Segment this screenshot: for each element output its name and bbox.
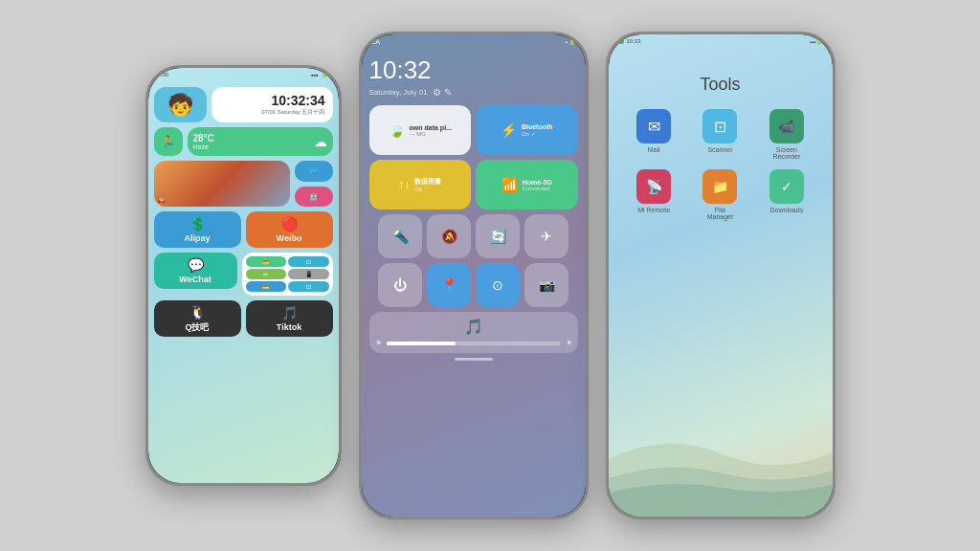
q-icon: 🐧 <box>189 304 206 320</box>
wechat-icon: 💬 <box>188 257 204 273</box>
wifi-icon: 📶 <box>501 177 518 192</box>
downloads-icon: ✓ <box>769 169 804 204</box>
remote-label: Mi Remote <box>637 207 670 213</box>
scanner-icon: ⊡ <box>702 109 737 143</box>
app-blue[interactable]: 🐦 <box>295 161 333 182</box>
bluetooth-icon: ⚡ <box>501 122 517 138</box>
status-time-3: 10:33 <box>618 38 641 44</box>
person-widget: 🧒 <box>154 87 207 122</box>
flashlight-icon: 🔦 <box>392 229 409 244</box>
small-app-3[interactable]: ✏ <box>246 269 287 279</box>
app-pink-icon: 🤖 <box>308 191 319 201</box>
flashlight-tile[interactable]: 🔦 <box>378 214 422 258</box>
data-usage-label: 数据用量 <box>414 177 441 187</box>
tiktok-label: Tiktok <box>277 322 301 332</box>
cloud-icon: ☁ <box>314 134 327 149</box>
weibo-label: Weibo <box>277 233 302 243</box>
bluetooth-tile[interactable]: ⚡ Bluetooth On ✓ <box>476 105 578 155</box>
status-bar-3: 10:33 ▪▪▪🔋 <box>609 34 833 48</box>
weather-temp: 28°C <box>193 133 214 143</box>
scanner-label: Scanner <box>707 146 732 153</box>
clock-time: 10:32:34 <box>271 93 324 108</box>
signal-icon: ↑↓ <box>398 178 410 191</box>
brightness-fill <box>387 342 457 345</box>
status-bar-2: EA ▪ 🔋 <box>362 34 586 48</box>
camera-tile[interactable]: 📷 <box>524 263 568 307</box>
app-weibo[interactable]: 🔴 Weibo <box>246 211 333 248</box>
bluetooth-sub: On ✓ <box>522 130 553 137</box>
brightness-slider[interactable] <box>387 342 561 345</box>
run-icon: 🏃 <box>161 135 175 148</box>
app-wechat[interactable]: 💬 WeChat <box>154 253 237 289</box>
power-icon: ⏻ <box>393 277 407 293</box>
airplane-tile[interactable]: ✈ <box>524 214 568 258</box>
app-pink[interactable]: 🤖 <box>295 187 333 208</box>
recorder-icon: 📹 <box>769 109 804 143</box>
app-tiktok[interactable]: 🎵 Tiktok <box>246 300 333 337</box>
small-apps-grid: 💳 ⊡ ✏ 📱 💳 ⊡ <box>242 253 333 296</box>
music-icon: 🎵 <box>375 318 572 336</box>
weather-widget: 28°C Haze ☁ <box>188 127 333 156</box>
small-app-2[interactable]: ⊡ <box>288 256 329 267</box>
mail-label: Mail <box>648 146 660 153</box>
cc-date-text: Saturday, July 01 <box>369 88 428 97</box>
power-tile[interactable]: ⏻ <box>378 263 422 307</box>
app-remote[interactable]: 📡 Mi Remote <box>626 169 682 220</box>
wifi-sub: Connected <box>523 186 552 191</box>
app-mail[interactable]: ✉ Mail <box>626 109 682 160</box>
run-widget[interactable]: 🏃 <box>154 127 183 156</box>
alipay-icon: 💲 <box>189 216 206 231</box>
cc-time: 10:32 <box>369 55 578 85</box>
airplane-icon: ✈ <box>541 229 552 244</box>
cc-date: Saturday, July 01 ⚙ ✎ <box>369 87 578 98</box>
data-tile[interactable]: 🍃 own data pl... — MG <box>369 105 472 155</box>
recorder-label: Screen Recorder <box>772 146 800 160</box>
brightness-low-icon: ☀ <box>375 339 382 347</box>
home-indicator <box>455 358 493 361</box>
data-sub: — MG <box>410 131 452 137</box>
mute-tile[interactable]: 🔕 <box>427 214 471 258</box>
tiktok-icon: 🎵 <box>281 305 298 320</box>
location-icon: 📍 <box>441 277 457 293</box>
photo-widget: 🌄 <box>154 161 290 207</box>
settings-icon[interactable]: ⚙ <box>433 87 441 98</box>
remote-icon: 📡 <box>636 169 671 204</box>
app-alipay[interactable]: 💲 Alipay <box>154 211 241 248</box>
data-usage-sub: Gb <box>414 187 441 192</box>
accessibility-icon: ⊙ <box>492 277 503 293</box>
status-bar-1: 8:00 ▪▪▪ 🔋 <box>148 68 339 81</box>
location-tile[interactable]: 📍 <box>427 263 471 307</box>
small-app-4[interactable]: 📱 <box>288 269 329 279</box>
clock-widget: 10:32:34 07/01 Saturday 五月十四 <box>212 87 333 122</box>
small-app-5[interactable]: 💳 <box>246 281 287 292</box>
phone-1: 8:00 ▪▪▪ 🔋 🧒 10:32:34 07/01 Saturday 五月十… <box>145 65 342 486</box>
small-app-6[interactable]: ⊡ <box>288 281 329 292</box>
q-label: Q技吧 <box>185 321 209 334</box>
wave-decoration <box>609 402 833 517</box>
green-dot <box>618 38 624 44</box>
app-blue-icon: 🐦 <box>308 166 319 176</box>
data-label: own data pl... <box>410 124 452 131</box>
bluetooth-label: Bluetooth <box>522 123 553 130</box>
wifi-tile[interactable]: 📶 Home-5G Connected <box>476 160 578 209</box>
phone-2: EA ▪ 🔋 10:32 Saturday, July 01 ⚙ ✎ 🍃 own… <box>359 32 589 519</box>
app-scanner[interactable]: ⊡ Scanner <box>692 109 748 160</box>
app-files[interactable]: 📁 File Manager <box>692 169 748 220</box>
files-label: File Manager <box>707 207 734 220</box>
accessibility-tile[interactable]: ⊙ <box>476 263 520 307</box>
app-downloads[interactable]: ✓ Downloads <box>758 169 814 220</box>
weibo-icon: 🔴 <box>281 216 298 231</box>
small-app-1[interactable]: 💳 <box>246 256 287 267</box>
app-q[interactable]: 🐧 Q技吧 <box>154 300 241 337</box>
rotate-tile[interactable]: 🔄 <box>476 214 520 258</box>
data-usage-tile[interactable]: ↑↓ 数据用量 Gb <box>369 160 472 209</box>
rotate-icon: 🔄 <box>490 229 506 244</box>
camera-icon: 📷 <box>539 277 555 293</box>
person-icon: 🧒 <box>167 93 193 118</box>
edit-icon[interactable]: ✎ <box>444 87 452 98</box>
app-recorder[interactable]: 📹 Screen Recorder <box>758 109 814 160</box>
wechat-label: WeChat <box>179 275 211 284</box>
files-icon: 📁 <box>702 169 737 204</box>
apps-grid: ✉ Mail ⊡ Scanner 📹 Screen Recorder <box>616 109 825 220</box>
brightness-high-icon: ☀ <box>566 339 572 347</box>
